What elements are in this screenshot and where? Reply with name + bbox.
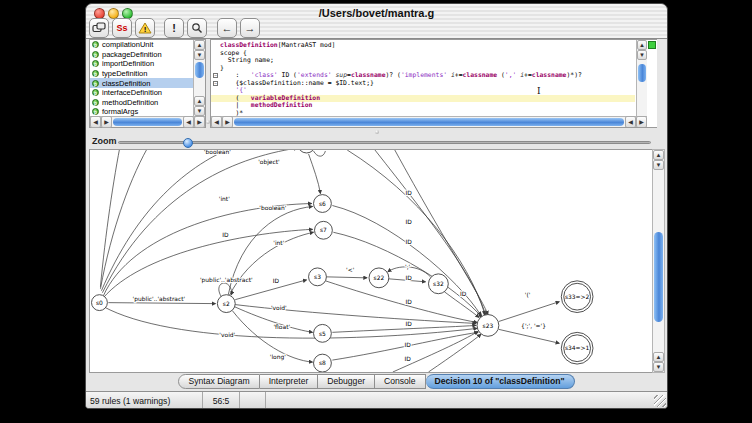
edge-label: ID [405,238,412,245]
resize-grip[interactable] [654,395,666,407]
window-title: /Users/bovet/mantra.g [146,4,607,22]
scroll-right-arrow[interactable]: ▶ [101,116,112,128]
literals-button[interactable]: Ss [112,18,132,38]
graph-node-s0: s0 [92,295,108,311]
literals-button-label: Ss [116,23,127,33]
graph-node-s5: s5 [314,324,332,342]
code-line: scope { [211,50,635,58]
graph-edge [102,149,297,293]
scroll-down-arrow[interactable]: ▼ [194,50,205,60]
zoom-slider-thumb[interactable] [183,138,193,148]
scroll-up-arrow[interactable]: ▲ [194,96,205,106]
graph-node-clipped [298,149,316,153]
horizontal-splitter-handle[interactable] [375,130,379,134]
editor-horizontal-scrollbar[interactable]: ◀ ▶ ◀ ▶ [211,116,647,127]
rules-horizontal-scrollbar[interactable]: ◀ ▶ ◀ ▶ [90,116,205,127]
scroll-down-arrow[interactable]: ▼ [653,160,664,170]
edge-label: 'public'..'abstract' [200,276,253,284]
node-label: s34=>1 [565,344,590,351]
fold-gutter[interactable]: − [211,81,220,86]
back-button[interactable]: ← [217,18,237,38]
rules-scroll-thumb[interactable] [195,62,204,78]
parser-rule-icon: p [92,99,99,106]
fold-collapse-icon[interactable]: − [213,73,218,78]
graph-node-s7: s7 [315,221,333,239]
warnings-button[interactable]: ! [135,18,155,38]
scroll-left-arrow[interactable]: ◀ [625,116,636,128]
parser-rule-icon: p [92,41,99,48]
forward-button[interactable]: → [240,18,260,38]
edge-label: 'int' [219,195,230,202]
scroll-right-arrow[interactable]: ▶ [636,116,647,128]
scroll-left-arrow[interactable]: ◀ [183,116,194,128]
sidebar-item-importDefinition[interactable]: pimportDefinition [90,59,193,69]
window-chrome: /Users/bovet/mantra.g Ss ! ! [86,4,667,39]
fold-gutter[interactable]: − [211,73,220,78]
scroll-down-arrow[interactable]: ▼ [653,362,664,372]
scroll-up-arrow[interactable]: ▲ [637,40,647,50]
node-label: s3 [314,273,321,280]
sidebar-item-classDefinition[interactable]: pclassDefinition [90,78,193,88]
graph-node-s3: s3 [309,268,327,286]
edge-label: ID [222,231,229,238]
code-token: String name; [220,57,274,65]
scroll-up-arrow[interactable]: ▲ [194,40,205,50]
scroll-up-arrow[interactable]: ▲ [653,150,664,160]
scroll-down-arrow[interactable]: ▼ [194,106,205,116]
parser-rule-icon: p [92,70,99,77]
rule-label: importDefinition [102,59,154,68]
sidebar-item-packageDefinition[interactable]: ppackageDefinition [90,50,193,60]
find-button[interactable] [187,18,207,38]
vertical-splitter-handle[interactable] [206,120,210,124]
scroll-up-arrow[interactable]: ▲ [653,352,664,362]
graph-node-s23: s23 [477,315,499,337]
edge-label: ID [273,277,280,284]
grammar-editor[interactable]: classDefinition[MantraAST mod]scope { St… [210,39,657,128]
graph-edge [332,325,476,332]
graph-node-s32: s32 [428,274,448,294]
rules-vertical-scrollbar[interactable]: ▲ ▼ ▲ ▼ [193,40,205,116]
decision-graph-canvas: s0s2s3s6s7s5s8s22s32s23s33=>2s34=>1 'boo… [89,149,653,373]
tab-syntax-diagram[interactable]: Syntax Diagram [178,374,259,389]
code-line: | methodDefinition [211,102,635,110]
scroll-down-arrow[interactable]: ▼ [637,50,647,60]
magnifier-icon [191,22,203,34]
view-tabbar: Syntax DiagramInterpreterDebuggerConsole… [86,374,667,390]
fold-collapse-icon[interactable]: − [213,81,218,86]
tab-debugger[interactable]: Debugger [318,374,375,389]
tab-console[interactable]: Console [375,374,426,389]
edge-label: ID [405,189,412,196]
scroll-left-arrow[interactable]: ◀ [211,116,222,128]
sidebar-item-formalArgs[interactable]: pformalArgs [90,107,193,116]
status-cell-empty [266,392,667,409]
scroll-left-arrow[interactable]: ◀ [90,116,101,128]
edge-label: 'public'..'abstract' [133,295,186,303]
tab-interpreter[interactable]: Interpreter [260,374,319,389]
code-line: String name; [211,57,635,65]
scroll-right-arrow[interactable]: ▶ [194,116,205,128]
edge-label: 'int' [273,239,284,246]
editor-scroll-thumb[interactable] [638,64,646,82]
graph-scroll-thumb[interactable] [654,232,663,322]
sidebar-item-compilationUnit[interactable]: pcompilationUnit [90,40,193,50]
sidebar-item-typeDefinition[interactable]: ptypeDefinition [90,69,193,79]
toggle-rules-button[interactable] [89,18,109,38]
sidebar-item-interfaceDefinition[interactable]: pinterfaceDefinition [90,88,193,98]
graph-vertical-scrollbar[interactable]: ▲ ▼ ▲ ▼ [652,149,665,373]
editor-vertical-scrollbar[interactable]: ▲ ▼ [636,40,647,118]
node-label: s33=>2 [565,293,590,300]
parser-rule-icon: p [92,80,99,87]
rules-hscroll-thumb[interactable] [113,118,182,126]
sidebar-item-methodDefinition[interactable]: pmethodDefinition [90,98,193,108]
edge-label: ID [405,355,412,362]
graph-node-s6: s6 [314,195,332,213]
code-area[interactable]: classDefinition[MantraAST mod]scope { St… [211,42,635,117]
cascade-windows-icon [92,22,106,34]
scroll-right-arrow[interactable]: ▶ [222,116,233,128]
edge-label: ID [405,341,412,348]
node-circle [298,149,316,153]
checks-button[interactable]: ! [164,18,184,38]
editor-hscroll-thumb[interactable] [234,118,624,126]
tab-decision-10-of-classdefinition[interactable]: Decision 10 of "classDefinition" [426,374,575,389]
zoom-slider[interactable] [118,141,651,144]
